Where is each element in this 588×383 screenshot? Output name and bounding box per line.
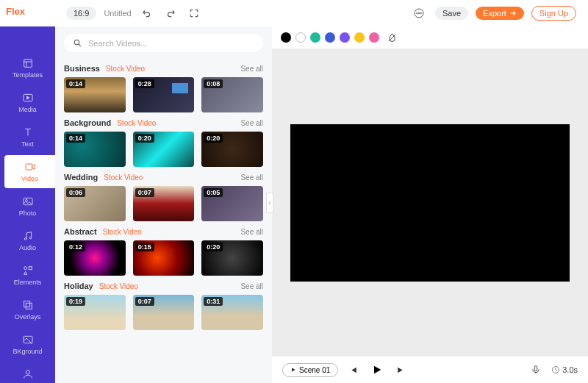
search-wrap[interactable] bbox=[64, 34, 263, 52]
search-icon bbox=[73, 38, 82, 48]
video-thumbnail[interactable]: 0:28 bbox=[133, 77, 195, 112]
thumbnail-row: 0:120:150:20 bbox=[64, 240, 263, 276]
brand-logo: FlexClip bbox=[6, 6, 50, 17]
save-button[interactable]: Save bbox=[435, 7, 468, 20]
video-thumbnail[interactable]: 0:12 bbox=[64, 240, 126, 276]
collapse-panel-button[interactable]: ‹ bbox=[266, 193, 273, 213]
sidebar-item-bkground[interactable]: BKground bbox=[0, 328, 55, 361]
prev-button[interactable] bbox=[345, 362, 361, 378]
media-icon bbox=[22, 92, 34, 104]
sidebar-item-photo[interactable]: Photo bbox=[0, 190, 55, 223]
branding-icon bbox=[22, 368, 34, 380]
video-thumbnail[interactable]: 0:31 bbox=[201, 295, 263, 330]
export-button[interactable]: Export bbox=[476, 7, 524, 20]
svg-point-17 bbox=[74, 40, 79, 45]
svg-point-11 bbox=[24, 267, 26, 270]
audio-icon bbox=[22, 230, 34, 242]
aspect-ratio-button[interactable]: 16:9 bbox=[66, 7, 96, 20]
no-color-button[interactable] bbox=[384, 29, 401, 46]
thumbnail-row: 0:190:070:31 bbox=[64, 295, 263, 330]
see-all-link[interactable]: See all bbox=[240, 173, 263, 182]
thumbnail-row: 0:140:280:08 bbox=[64, 77, 263, 112]
sidebar-item-elements[interactable]: Elements bbox=[0, 259, 55, 292]
sidebar-item-label: Templates bbox=[12, 71, 43, 79]
export-label: Export bbox=[483, 9, 506, 18]
search-input[interactable] bbox=[88, 39, 254, 48]
category-title: Background bbox=[64, 118, 111, 127]
see-all-link[interactable]: See all bbox=[240, 282, 263, 290]
swatch-purple[interactable] bbox=[340, 32, 350, 43]
next-icon bbox=[396, 365, 406, 375]
swatch-teal[interactable] bbox=[310, 32, 320, 43]
arrow-right-icon bbox=[509, 10, 517, 17]
chat-icon bbox=[413, 7, 425, 19]
video-thumbnail[interactable]: 0:05 bbox=[201, 186, 263, 221]
signup-button[interactable]: Sign Up bbox=[531, 6, 576, 21]
undo-icon bbox=[142, 8, 152, 18]
project-title[interactable]: Untitled bbox=[104, 9, 131, 18]
play-button[interactable] bbox=[368, 361, 386, 379]
sidebar-item-video[interactable]: Video bbox=[4, 155, 55, 188]
duration-badge: 0:08 bbox=[204, 79, 223, 88]
library-panel: BusinessStock VideoSee all0:140:280:08Ba… bbox=[55, 26, 272, 383]
see-all-link[interactable]: See all bbox=[240, 228, 263, 236]
thumbnail-row: 0:140:200:20 bbox=[64, 132, 263, 167]
sidebar: Templates Media Text Video Photo Audio E… bbox=[0, 26, 55, 383]
video-thumbnail[interactable]: 0:06 bbox=[64, 186, 126, 221]
category-header: WeddingStock VideoSee all bbox=[64, 173, 263, 182]
mic-icon bbox=[531, 365, 541, 375]
redo-icon bbox=[165, 8, 176, 18]
sidebar-item-branding[interactable]: Branding bbox=[0, 362, 55, 383]
video-thumbnail[interactable]: 0:14 bbox=[64, 77, 126, 112]
sidebar-item-overlays[interactable]: Overlays bbox=[0, 293, 55, 326]
swatch-blue[interactable] bbox=[325, 32, 335, 43]
undo-button[interactable] bbox=[139, 5, 155, 21]
video-thumbnail[interactable]: 0:07 bbox=[133, 186, 195, 221]
video-icon bbox=[24, 161, 36, 173]
svg-rect-13 bbox=[24, 301, 29, 307]
category-title: Business bbox=[64, 64, 100, 73]
preview-area: ‹ bbox=[272, 49, 588, 357]
video-thumbnail[interactable]: 0:20 bbox=[201, 240, 263, 276]
video-thumbnail[interactable]: 0:20 bbox=[133, 132, 195, 167]
mic-button[interactable] bbox=[528, 362, 544, 378]
prev-icon bbox=[348, 365, 358, 375]
see-all-link[interactable]: See all bbox=[240, 65, 263, 73]
sidebar-item-audio[interactable]: Audio bbox=[0, 224, 55, 257]
svg-rect-14 bbox=[26, 303, 32, 309]
swatch-white[interactable] bbox=[295, 32, 306, 43]
video-thumbnail[interactable]: 0:07 bbox=[133, 295, 195, 330]
swatch-yellow[interactable] bbox=[354, 32, 365, 43]
svg-point-1 bbox=[417, 12, 417, 13]
fullscreen-button[interactable] bbox=[186, 5, 202, 21]
video-thumbnail[interactable]: 0:19 bbox=[64, 295, 126, 330]
brand-part2: Clip bbox=[25, 6, 43, 17]
sidebar-item-text[interactable]: Text bbox=[0, 121, 55, 154]
duration-badge: 0:05 bbox=[204, 188, 223, 197]
sidebar-item-templates[interactable]: Templates bbox=[0, 51, 55, 85]
see-all-link[interactable]: See all bbox=[240, 119, 263, 127]
overlays-icon bbox=[22, 299, 34, 311]
video-thumbnail[interactable]: 0:08 bbox=[201, 77, 263, 112]
no-color-icon bbox=[387, 32, 398, 43]
svg-rect-12 bbox=[29, 267, 32, 270]
sidebar-item-media[interactable]: Media bbox=[0, 86, 55, 119]
video-preview[interactable] bbox=[290, 124, 570, 282]
sidebar-item-label: Photo bbox=[19, 210, 37, 217]
category-tag: Stock Video bbox=[106, 65, 145, 73]
next-button[interactable] bbox=[393, 362, 409, 378]
duration-badge: 0:12 bbox=[66, 243, 85, 251]
swatch-black[interactable] bbox=[281, 32, 291, 43]
svg-point-3 bbox=[420, 12, 421, 13]
duration-badge: 0:20 bbox=[204, 134, 223, 143]
scene-selector[interactable]: Scene 01 bbox=[282, 363, 338, 377]
video-thumbnail[interactable]: 0:15 bbox=[133, 240, 195, 276]
duration-badge: 0:31 bbox=[204, 297, 223, 306]
redo-button[interactable] bbox=[162, 5, 179, 21]
sidebar-item-label: Text bbox=[21, 140, 34, 148]
sidebar-item-label: BKground bbox=[12, 348, 42, 355]
chat-button[interactable] bbox=[410, 4, 428, 22]
video-thumbnail[interactable]: 0:20 bbox=[201, 132, 263, 167]
video-thumbnail[interactable]: 0:14 bbox=[64, 132, 126, 167]
swatch-pink[interactable] bbox=[369, 32, 379, 43]
